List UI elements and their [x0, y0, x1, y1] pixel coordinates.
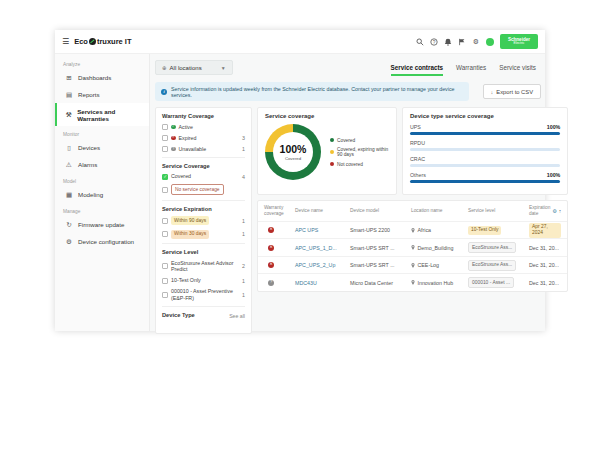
device-name-link[interactable]: APC UPS	[295, 227, 347, 233]
sidebar-item-devices[interactable]: ▯ Devices	[55, 139, 149, 156]
col-device-model[interactable]: Device model	[350, 208, 408, 214]
tab-service-contracts[interactable]: Service contracts	[391, 64, 444, 76]
sidebar-item-device-configuration[interactable]: ⚙ Device configuration	[55, 233, 149, 250]
bar-row-rpdu: RPDU	[410, 140, 560, 151]
sidebar-item-modeling[interactable]: ▦ Modeling	[55, 186, 149, 203]
warranty-unavailable-icon: ?	[268, 280, 274, 286]
filter-title: Device Type	[162, 312, 195, 318]
sort-asc-icon[interactable]: ↑	[559, 208, 562, 214]
filter-option-within-90-days[interactable]: Within 90 days 1	[162, 216, 245, 225]
sidebar-item-alarms[interactable]: ⚠ Alarms	[55, 156, 149, 173]
right-column: Service coverage 100% Covered	[257, 107, 568, 292]
banner-row: i Service information is updated weekly …	[155, 82, 541, 101]
devices-table: Warranty coverage Device name Device mod…	[257, 200, 568, 292]
settings-icon[interactable]: ⚙	[472, 38, 480, 46]
sidebar-item-reports[interactable]: ▤ Reports	[55, 86, 149, 103]
tab-warranties[interactable]: Warranties	[456, 64, 486, 76]
see-all-link[interactable]: See all	[229, 313, 245, 319]
service-level-badge: 10-Test Only	[468, 226, 501, 235]
devices-icon: ▯	[65, 144, 73, 152]
filter-option-10-test-only[interactable]: 10-Test Only 1	[162, 277, 245, 284]
col-expiration-date[interactable]: Expiration date ⚙ ↑	[529, 205, 561, 217]
table-row[interactable]: ✕ APC UPS Smart-UPS 2200 Africa 10-Test …	[258, 221, 567, 239]
table-row[interactable]: ✕ APC_UPS_2_Up Smart-UPS SRT ... CEE-Log…	[258, 256, 567, 274]
sidebar-item-label: Alarms	[78, 161, 97, 168]
col-service-level[interactable]: Service level	[468, 208, 526, 214]
service-coverage-title: Service coverage	[265, 113, 389, 119]
checkbox[interactable]	[162, 124, 168, 130]
col-device-name[interactable]: Device name	[295, 208, 347, 214]
schneider-electric-logo[interactable]: Schneider Electric	[500, 34, 538, 49]
export-csv-label: Export to CSV	[496, 89, 533, 95]
filter-option-no-service-coverage[interactable]: No service coverage	[162, 184, 245, 195]
sidebar-item-services-and-warranties[interactable]: ⚒ Services and Warranties	[55, 103, 149, 126]
filter-option-unavailable[interactable]: ? Unavailable 1	[162, 146, 245, 153]
warranty-expired-icon: ✕	[268, 245, 274, 251]
bar-row-ups: UPS 100%	[410, 124, 560, 135]
checkbox-checked[interactable]	[162, 174, 168, 180]
chevron-down-icon: ▼	[221, 65, 226, 71]
bar-value: 100%	[547, 124, 561, 130]
sidebar-item-label: Devices	[78, 144, 100, 151]
col-warranty-coverage[interactable]: Warranty coverage	[264, 205, 292, 217]
filter-option-asset-preventive[interactable]: 000010 - Asset Preventive (E&P-FR) 1	[162, 288, 245, 301]
tab-service-visits[interactable]: Service visits	[499, 64, 536, 76]
bar-label: Others	[410, 172, 426, 178]
active-status-icon: ✓	[171, 125, 176, 130]
device-type-bars: UPS 100% RPDU	[410, 124, 560, 183]
search-icon[interactable]	[416, 38, 424, 46]
sidebar-item-firmware-update[interactable]: ↻ Firmware update	[55, 216, 149, 233]
svg-text:?: ?	[433, 39, 436, 44]
filter-option-asset-advisor-predict[interactable]: EcoStruxure Asset Advisor Predict 2	[162, 260, 245, 273]
col-location-name[interactable]: Location name	[411, 208, 465, 214]
table-row[interactable]: ? MDC43U Micro Data Center Innovation Hu…	[258, 273, 567, 291]
device-model-cell: Smart-UPS SRT ...	[350, 245, 408, 251]
service-level-badge: 000010 - Asset ...	[468, 277, 514, 288]
filter-option-active[interactable]: ✓ Active	[162, 124, 245, 131]
help-icon[interactable]: ?	[430, 38, 438, 46]
expired-status-icon: ✕	[171, 136, 176, 141]
checkbox[interactable]	[162, 263, 168, 269]
sidebar: Analyze ⊞ Dashboards ▤ Reports ⚒ Service…	[55, 54, 150, 331]
avatar[interactable]	[486, 38, 494, 46]
checkbox[interactable]	[162, 292, 168, 298]
location-selector[interactable]: ⊕ All locations ▼	[155, 60, 233, 75]
checkbox[interactable]	[162, 231, 168, 237]
export-csv-button[interactable]: ↓ Export to CSV	[483, 84, 541, 99]
device-name-link[interactable]: MDC43U	[295, 280, 347, 286]
checkbox[interactable]	[162, 218, 168, 224]
feedback-icon[interactable]	[458, 38, 466, 46]
table-row[interactable]: ✕ APC_UPS_1_D... Smart-UPS SRT ... Demo_…	[258, 238, 567, 256]
service-level-badge: EcoStruxure Ass...	[468, 242, 516, 253]
table-header: Warranty coverage Device name Device mod…	[258, 201, 567, 221]
notifications-icon[interactable]	[444, 38, 452, 46]
sidebar-section-manage: Manage	[55, 203, 149, 216]
sidebar-section-model: Model	[55, 173, 149, 186]
map-pin-icon	[411, 245, 415, 250]
service-coverage-donut-chart: 100% Covered	[265, 124, 321, 180]
info-banner: i Service information is updated weekly …	[155, 82, 469, 101]
column-settings-icon[interactable]: ⚙	[552, 208, 556, 214]
legend-dot	[330, 138, 334, 142]
menu-icon[interactable]: ☰	[62, 37, 69, 46]
filter-label: Active	[179, 124, 193, 131]
location-cell: Demo_Building	[411, 245, 465, 251]
logo-text-prefix: Eco	[74, 37, 88, 46]
map-pin-icon	[411, 263, 415, 268]
device-name-link[interactable]: APC_UPS_2_Up	[295, 262, 347, 268]
filter-option-within-30-days[interactable]: Within 30 days 1	[162, 230, 245, 239]
sidebar-item-dashboards[interactable]: ⊞ Dashboards	[55, 69, 149, 86]
expiration-cell: Dec 31, 20...	[529, 280, 561, 286]
device-type-coverage-card: Device type service coverage UPS 100%	[402, 107, 568, 195]
filter-option-expired[interactable]: ✕ Expired 3	[162, 135, 245, 142]
filter-group-service-level: Service Level EcoStruxure Asset Advisor …	[162, 243, 245, 302]
checkbox[interactable]	[162, 278, 168, 284]
filter-option-covered[interactable]: Covered 4	[162, 173, 245, 180]
legend-dot	[330, 162, 334, 166]
device-name-link[interactable]: APC_UPS_1_D...	[295, 245, 347, 251]
filter-label: 000010 - Asset Preventive (E&P-FR)	[171, 288, 239, 301]
checkbox[interactable]	[162, 146, 168, 152]
checkbox[interactable]	[162, 135, 168, 141]
topbar-actions: ? ⚙ Schneider Electric	[416, 34, 538, 49]
checkbox[interactable]	[162, 187, 168, 193]
